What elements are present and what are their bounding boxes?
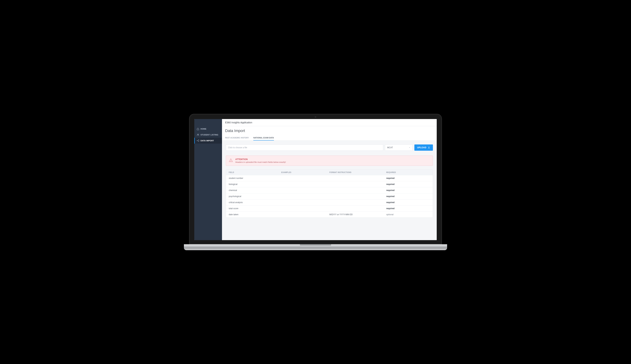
cell-required: required [386, 189, 430, 192]
cell-field: total score [229, 207, 281, 210]
laptop-bezel: HOME STUDENT LISTING DATA IMPORT E360 In… [189, 114, 442, 244]
main: E360 Insights Application Data Import PA… [222, 119, 437, 240]
app-title: E360 Insights Application [225, 121, 252, 124]
import-icon [197, 140, 199, 142]
svg-point-1 [198, 134, 199, 134]
sidebar: HOME STUDENT LISTING DATA IMPORT [194, 119, 222, 240]
page-title: Data Import [225, 128, 434, 133]
table-row: student numberrequired [226, 175, 433, 181]
sidebar-item-label: HOME [200, 128, 206, 130]
sidebar-item-label: DATA IMPORT [200, 140, 214, 142]
col-field: FIELD [229, 172, 281, 173]
alert-title: ATTENTION [235, 158, 286, 160]
sidebar-item-home[interactable]: HOME [194, 126, 222, 132]
laptop-base [184, 244, 447, 250]
sidebar-item-label: STUDENT LISTING [200, 134, 218, 136]
cell-required: required [386, 177, 430, 180]
table-row: psychologicalrequired [226, 193, 433, 199]
app-screen: HOME STUDENT LISTING DATA IMPORT E360 In… [194, 119, 437, 240]
col-required: REQUIRED [386, 172, 430, 173]
select-value: MCAT [387, 146, 393, 149]
cell-required: required [386, 195, 430, 198]
topbar: E360 Insights Application [222, 119, 437, 126]
users-icon [197, 134, 199, 136]
svg-point-0 [197, 134, 198, 135]
table-row: critical analysisrequired [226, 199, 433, 205]
col-format: FORMAT INSTRUCTIONS [329, 172, 386, 173]
cell-field: critical analysis [229, 201, 281, 204]
tab-past-academic-history[interactable]: PAST ACADEMIC HISTORY [225, 136, 249, 140]
fields-table: FIELD EXAMPLES FORMAT INSTRUCTIONS REQUI… [226, 170, 433, 218]
file-input[interactable]: Click to choose a file [226, 144, 383, 151]
laptop-frame: HOME STUDENT LISTING DATA IMPORT E360 In… [189, 114, 442, 250]
upload-row: Click to choose a file MCAT UPLOAD [226, 144, 433, 151]
cell-field: biological [229, 183, 281, 186]
cell-format: M/D/YY or YYYY-MM-DD [329, 213, 386, 216]
cell-required: required [386, 201, 430, 204]
table-body: student numberrequiredbiologicalrequired… [226, 175, 433, 218]
page-header: Data Import PAST ACADEMIC HISTORY NATION… [222, 126, 437, 141]
table-row: date takenM/D/YY or YYYY-MM-DDoptional [226, 212, 433, 218]
laptop-notch [300, 244, 331, 247]
alert-text: Headers in uploaded file must match fiel… [235, 161, 286, 163]
cell-field: psychological [229, 195, 281, 198]
cell-required: required [386, 183, 430, 186]
sidebar-item-data-import[interactable]: DATA IMPORT [194, 138, 222, 144]
cell-field: date taken [229, 213, 281, 216]
chevron-down-icon [409, 147, 410, 148]
table-header: FIELD EXAMPLES FORMAT INSTRUCTIONS REQUI… [226, 170, 433, 175]
svg-point-3 [231, 161, 231, 162]
cell-field: student number [229, 177, 281, 180]
sidebar-item-student-listing[interactable]: STUDENT LISTING [194, 132, 222, 138]
exam-type-select[interactable]: MCAT [385, 144, 413, 151]
table-row: chemicalrequired [226, 187, 433, 193]
laptop-camera [315, 116, 316, 118]
cell-field: chemical [229, 189, 281, 192]
warning-icon [229, 158, 233, 162]
content: Click to choose a file MCAT UPLOAD [222, 141, 437, 222]
upload-button-label: UPLOAD [417, 146, 426, 149]
alert-body: ATTENTION Headers in uploaded file must … [235, 158, 286, 163]
upload-button[interactable]: UPLOAD [414, 144, 433, 151]
cell-required: required [386, 207, 430, 210]
home-icon [197, 128, 199, 130]
table-row: total scorerequired [226, 205, 433, 212]
tabs: PAST ACADEMIC HISTORY NATIONAL EXAM DATA [225, 136, 434, 140]
table-row: biologicalrequired [226, 181, 433, 187]
upload-icon [428, 146, 430, 149]
attention-alert: ATTENTION Headers in uploaded file must … [226, 156, 433, 166]
cell-required: optional [386, 213, 430, 216]
tab-national-exam-data[interactable]: NATIONAL EXAM DATA [253, 136, 274, 140]
col-examples: EXAMPLES [281, 172, 329, 173]
